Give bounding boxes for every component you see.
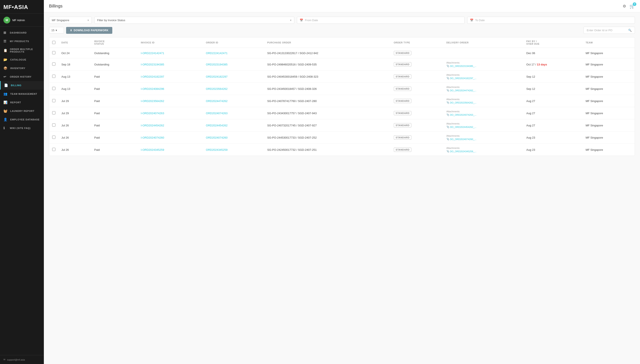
row-checkbox-cell[interactable] [49, 107, 58, 119]
cell-invoice-id: I-ORD2023564262 [138, 95, 203, 107]
select-all-header[interactable] [49, 38, 58, 48]
row-checkbox-cell[interactable] [49, 144, 58, 156]
attachment-link[interactable]: 📎 DO_ORD2024345259_... [446, 150, 520, 153]
sidebar-item-label-report: REPORT [10, 101, 21, 104]
attachment-link[interactable]: 📎 DO_ORD2024454262_... [446, 126, 520, 128]
cell-purchase-order: SG-PO-249846020516 / SGD-2409-535 [264, 58, 390, 70]
paperclip-icon: 📎 [446, 150, 450, 153]
invoice-id-link[interactable]: I-ORD2023564262 [141, 100, 164, 103]
invoice-id-link[interactable]: I-ORD2024074260 [141, 136, 164, 139]
sidebar-item-wiki[interactable]: ℹ WIKI (SITE FAQ) [0, 124, 44, 132]
row-checkbox-1[interactable] [52, 62, 56, 66]
sidebar-item-employee-database[interactable]: 👤 EMPLOYEE DATABASE [0, 115, 44, 124]
row-checkbox-5[interactable] [52, 111, 56, 114]
order-id-link[interactable]: ORD2024074263 [206, 112, 228, 115]
row-checkbox-cell[interactable] [49, 58, 58, 70]
order-id-link[interactable]: ORD2224142471 [206, 52, 228, 55]
cell-invoice-id: I-ORD2224142471 [138, 48, 203, 58]
order-id-link[interactable]: ORD2024474262 [206, 100, 228, 103]
order-id-link[interactable]: ORD2024182297 [206, 75, 228, 78]
col-delivery-order: DELIVERY ORDER [444, 38, 524, 48]
order-id-link[interactable]: ORD2023194385 [206, 63, 228, 66]
sidebar-item-label-team-management: TEAM MANAGEMENT [10, 92, 37, 95]
billings-table-wrap: DATE INVOICESTATUS INVOICE ID ORDER ID P… [49, 37, 635, 156]
sidebar-item-laundry-report[interactable]: 🧺 LAUNDRY REPORT [0, 107, 44, 115]
invoice-id-link[interactable]: I-ORD2023194385 [141, 63, 164, 66]
paperclip-icon: 📎 [446, 138, 450, 140]
sidebar-item-team-management[interactable]: 👥 TEAM MANAGEMENT [0, 90, 44, 98]
attachment-filename: DO_ORD2024182297_... [450, 77, 476, 80]
sidebar-item-label-catalogue: CATALOGUE [10, 58, 26, 61]
download-paperwork-button[interactable]: ⬇ DOWNLOAD PAPERWORK [66, 27, 112, 34]
sidebar-item-label-my-products: MY PRODUCTS [10, 40, 29, 42]
invoice-id-link[interactable]: I-ORD2024454262 [141, 124, 164, 127]
to-date-filter[interactable]: 📅 To Date [467, 17, 635, 24]
table-row: Jul 26 Paid I-ORD2024345259 ORD202434525… [49, 144, 635, 156]
row-checkbox-7[interactable] [52, 136, 56, 139]
nav-icon-team-management: 👥 [4, 92, 8, 96]
invoice-id-link[interactable]: I-ORD2224142471 [141, 52, 164, 55]
sidebar-item-order-history[interactable]: ↩ ORDER HISTORY [0, 72, 44, 81]
attachment-link[interactable]: 📎 DO_ORD2024074260_... [446, 138, 520, 140]
col-purchase-order: PURCHASE ORDER [264, 38, 390, 48]
cell-invoice-id: I-ORD2023194385 [138, 58, 203, 70]
row-checkbox-2[interactable] [52, 75, 56, 78]
company-filter-value: MF Singapore [52, 18, 69, 22]
sidebar-item-label-billing: BILLING [11, 84, 22, 86]
avatar: M [4, 17, 10, 24]
cart-icon-wrap[interactable]: 🛒 7 [630, 4, 635, 9]
sidebar-item-billing[interactable]: 📄 BILLING [0, 81, 44, 90]
sidebar-item-order-multiple-products[interactable]: 📋 ORDER MULTIPLE PRODUCTS [0, 46, 44, 56]
sidebar-item-catalogue[interactable]: 📂 CATALOGUE [0, 56, 44, 64]
cell-invoice-status: Paid [91, 144, 138, 156]
row-checkbox-cell[interactable] [49, 48, 58, 58]
attachment-link[interactable]: 📎 DO_ORD2023194385_... [446, 64, 520, 67]
attachment-link[interactable]: 📎 DO_ORD2024474262_... [446, 89, 520, 92]
cell-order-type: STANDARD [391, 58, 444, 70]
cell-invoice-status: Paid [91, 119, 138, 132]
invoice-status-filter[interactable]: Filter by Invoice Status ▾ [94, 17, 294, 24]
table-header-row: DATE INVOICESTATUS INVOICE ID ORDER ID P… [49, 38, 635, 48]
search-icon: 🔍 [628, 29, 632, 32]
sidebar-item-inventory[interactable]: 📦 INVENTORY [0, 64, 44, 72]
row-checkbox-cell[interactable] [49, 95, 58, 107]
row-checkbox-cell[interactable] [49, 83, 58, 95]
select-all-checkbox[interactable] [52, 41, 56, 44]
sidebar-item-my-products[interactable]: ☰ MY PRODUCTS [0, 37, 44, 46]
order-id-link[interactable]: ORD2024074260 [206, 136, 228, 139]
from-date-filter[interactable]: 📅 From Date [297, 17, 464, 24]
sidebar-item-dashboard[interactable]: ⊞ DASHBOARD [0, 28, 44, 37]
invoice-id-link[interactable]: I-ORD2024345259 [141, 148, 164, 152]
invoice-id-link[interactable]: I-ORD2024084296 [141, 87, 164, 90]
attachment-link[interactable]: 📎 DO_ORD2023564262_... [446, 101, 520, 104]
email-icon: ✉ [4, 358, 5, 361]
row-checkbox-4[interactable] [52, 99, 56, 102]
row-checkbox-cell[interactable] [49, 119, 58, 132]
invoice-status-placeholder: Filter by Invoice Status [97, 18, 125, 22]
cell-pay-by: Aug 27 [524, 107, 583, 119]
sidebar-username: MF Admin [12, 18, 25, 22]
row-checkbox-3[interactable] [52, 87, 56, 90]
cell-date: Jul 26 [58, 144, 91, 156]
company-filter[interactable]: MF Singapore ▾ [49, 17, 92, 24]
invoice-id-link[interactable]: I-ORD2024074263 [141, 112, 164, 115]
order-id-link[interactable]: ORD2024345259 [206, 148, 228, 152]
sidebar-item-report[interactable]: 📊 REPORT [0, 98, 44, 107]
attachment-link[interactable]: 📎 DO_ORD2024074263_... [446, 113, 520, 116]
row-checkbox-cell[interactable] [49, 132, 58, 144]
row-checkbox-8[interactable] [52, 148, 56, 151]
invoice-id-link[interactable]: I-ORD2024182297 [141, 75, 164, 78]
order-id-link[interactable]: ORD2024454262 [206, 124, 228, 127]
gear-icon[interactable]: ⚙ [623, 4, 626, 8]
cell-pay-by: Aug 23 [524, 132, 583, 144]
cell-invoice-id: I-ORD2024074263 [138, 107, 203, 119]
row-checkbox-cell[interactable] [49, 70, 58, 83]
page-size-select[interactable]: 15 ▾ [49, 27, 64, 34]
table-row: Sep 18 Outstanding I-ORD2023194385 ORD20… [49, 58, 635, 70]
row-checkbox-0[interactable] [52, 51, 56, 54]
search-order-input[interactable]: Enter Order Id or PO 🔍 [584, 27, 635, 34]
row-checkbox-6[interactable] [52, 124, 56, 126]
order-id-link[interactable]: ORD2023564262 [206, 87, 228, 90]
toolbar-row: 15 ▾ ⬇ DOWNLOAD PAPERWORK Enter Order Id… [49, 27, 635, 34]
attachment-link[interactable]: 📎 DO_ORD2024182297_... [446, 77, 520, 80]
